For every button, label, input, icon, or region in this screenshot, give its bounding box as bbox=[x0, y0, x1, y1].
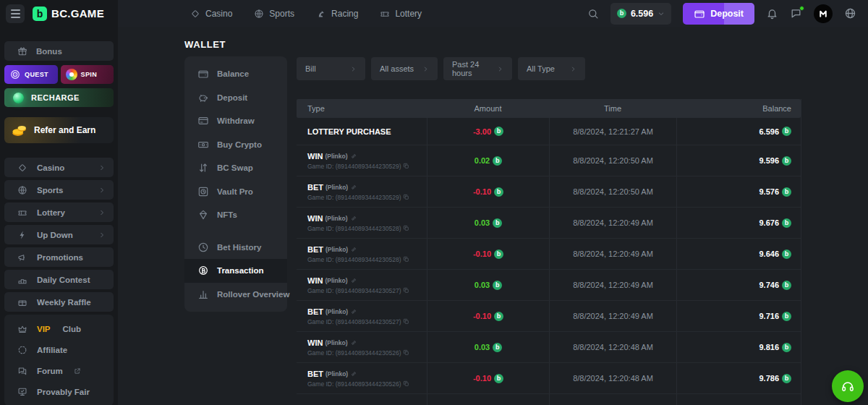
copy-icon[interactable] bbox=[403, 225, 409, 231]
copy-icon[interactable] bbox=[403, 318, 409, 325]
copy-icon[interactable] bbox=[403, 163, 409, 169]
sidebar-item-provably-fair[interactable]: Provably Fair bbox=[4, 381, 114, 402]
link-icon[interactable] bbox=[350, 339, 357, 346]
bc-coin-icon: b bbox=[782, 281, 791, 290]
balance-chip[interactable]: b 6.596 bbox=[610, 3, 671, 25]
online-dot bbox=[799, 6, 804, 11]
filter-bill[interactable]: Bill bbox=[297, 57, 365, 80]
avatar[interactable] bbox=[814, 4, 833, 23]
sidebar-item-sports[interactable]: Sports bbox=[4, 180, 114, 200]
link-icon[interactable] bbox=[350, 308, 357, 315]
topnav-sports[interactable]: Sports bbox=[254, 9, 294, 19]
sidebar-item-label: Up Down bbox=[37, 231, 73, 239]
language-button[interactable] bbox=[844, 7, 856, 20]
wallet-nav-deposit[interactable]: Deposit bbox=[184, 86, 287, 110]
menu-toggle-button[interactable] bbox=[6, 4, 25, 23]
bc-coin-icon: b bbox=[782, 156, 791, 166]
topnav-casino[interactable]: Casino bbox=[190, 9, 232, 19]
notifications-button[interactable] bbox=[766, 7, 778, 20]
sidebar-item-affiliate[interactable]: Affiliate bbox=[4, 339, 114, 360]
transaction-type: BET bbox=[307, 183, 323, 192]
copy-icon[interactable] bbox=[403, 256, 409, 263]
amount-value: 0.03 bbox=[475, 343, 490, 351]
sidebar-item-promotions[interactable]: Promotions bbox=[4, 247, 114, 267]
copy-icon[interactable] bbox=[403, 194, 409, 200]
wallet-nav-nfts[interactable]: NFTs bbox=[184, 203, 287, 227]
link-icon[interactable] bbox=[350, 277, 357, 284]
bonus-button[interactable]: Bonus bbox=[4, 41, 114, 61]
transaction-type: LOTTERY PURCHASE bbox=[307, 127, 391, 136]
wallet-nav-balance[interactable]: Balance bbox=[184, 62, 287, 86]
cell-balance: 9.646b bbox=[676, 239, 801, 269]
search-button[interactable] bbox=[587, 8, 599, 20]
brand-logo[interactable]: b BC.GAME bbox=[33, 7, 104, 21]
link-icon[interactable] bbox=[350, 370, 357, 378]
cell-type: BET(Plinko)Game ID: (891440893444230528) bbox=[297, 245, 427, 263]
topnav-lottery[interactable]: Lottery bbox=[380, 9, 422, 19]
wallet-nav-bet-history[interactable]: Bet History bbox=[184, 236, 287, 260]
sidebar-item-up-down[interactable]: Up Down bbox=[4, 225, 114, 244]
sidebar-item-casino[interactable]: Casino bbox=[4, 158, 114, 177]
filters-row: BillAll assetsPast 24 hoursAll Type bbox=[297, 57, 801, 80]
sidebar-item-weekly-raffle[interactable]: Weekly Raffle bbox=[4, 292, 114, 312]
support-button[interactable] bbox=[832, 370, 864, 402]
bc-coin-icon: b bbox=[494, 250, 503, 259]
amount-value: -3.00 bbox=[473, 127, 491, 136]
sidebar-item-vip-club[interactable]: VIPClub bbox=[4, 318, 114, 339]
refer-and-earn-button[interactable]: Refer and Earn bbox=[4, 117, 114, 143]
cell-amount: -3.00b bbox=[427, 118, 549, 145]
cell-amount: 0.03b bbox=[427, 208, 549, 238]
banknote-icon bbox=[197, 139, 209, 150]
link-icon[interactable] bbox=[350, 153, 357, 160]
wallet-nav-withdraw[interactable]: Withdraw bbox=[184, 109, 287, 133]
transaction-type: WIN bbox=[307, 276, 323, 285]
recharge-button[interactable]: RECHARGE bbox=[4, 88, 114, 107]
topbar-left: b BC.GAME bbox=[0, 0, 118, 27]
cell-time: 8/8/2024, 12:20:50 AM bbox=[549, 145, 676, 176]
filter-label: Past 24 hours bbox=[452, 60, 497, 77]
quest-button[interactable]: QUEST bbox=[4, 65, 58, 84]
balance-value: 9.646 bbox=[759, 250, 779, 258]
game-id: Game ID: (891440893444230527) bbox=[307, 287, 401, 294]
filter-all-assets[interactable]: All assets bbox=[371, 57, 438, 80]
wallet-nav-label: NFTs bbox=[217, 210, 237, 219]
topnav-racing[interactable]: Racing bbox=[316, 9, 358, 19]
brand-logo-icon: b bbox=[33, 7, 47, 21]
balance-value: 9.576 bbox=[759, 187, 779, 196]
chat-button[interactable] bbox=[790, 7, 802, 20]
basketball-icon bbox=[254, 9, 264, 19]
copy-icon[interactable] bbox=[403, 349, 409, 356]
sidebar-item-daily-contest[interactable]: Daily Contest bbox=[4, 270, 114, 289]
filter-past-24-hours[interactable]: Past 24 hours bbox=[443, 57, 512, 80]
filter-label: All Type bbox=[527, 64, 555, 73]
quest-spin-row: QUEST SPIN bbox=[4, 65, 114, 84]
wallet-nav-rollover-overview[interactable]: Rollover Overview bbox=[184, 283, 287, 307]
wallet-nav-buy-crypto[interactable]: Buy Crypto bbox=[184, 133, 287, 157]
game-id: Game ID: (891440893444230529) bbox=[307, 163, 401, 170]
game-id: Game ID: (891440893444230529) bbox=[307, 194, 401, 201]
filter-all-type[interactable]: All Type bbox=[518, 57, 585, 80]
transaction-type: WIN bbox=[307, 152, 323, 161]
copy-icon[interactable] bbox=[403, 380, 409, 387]
chevron-right-icon bbox=[497, 66, 503, 72]
game-name: (Plinko) bbox=[326, 308, 348, 315]
wallet-nav-bc-swap[interactable]: BC Swap bbox=[184, 156, 287, 180]
sidebar-item-forum[interactable]: Forum bbox=[4, 360, 114, 381]
link-icon[interactable] bbox=[350, 184, 357, 191]
cell-type: WIN(Plinko)Game ID: (891440893444230527) bbox=[297, 276, 427, 294]
wallet-nav-transaction[interactable]: Transaction bbox=[184, 259, 287, 283]
sidebar-item-lottery[interactable]: Lottery bbox=[4, 202, 114, 222]
wallet-nav-vault-pro[interactable]: Vault Pro bbox=[184, 180, 287, 204]
spin-button[interactable]: SPIN bbox=[61, 65, 114, 84]
bc-coin-icon: b bbox=[782, 343, 791, 352]
copy-icon[interactable] bbox=[403, 287, 409, 294]
game-id: Game ID: (891440893444230528) bbox=[307, 256, 401, 263]
link-icon[interactable] bbox=[350, 215, 357, 222]
column-header-type: Type bbox=[297, 104, 427, 113]
deposit-button[interactable]: Deposit bbox=[683, 3, 754, 25]
wallet-nav-label: BC Swap bbox=[217, 163, 253, 172]
topnav-label: Racing bbox=[331, 9, 358, 19]
transactions-section: BillAll assetsPast 24 hoursAll Type Type… bbox=[297, 57, 801, 405]
link-icon[interactable] bbox=[350, 246, 357, 253]
ticket-icon bbox=[17, 208, 27, 218]
